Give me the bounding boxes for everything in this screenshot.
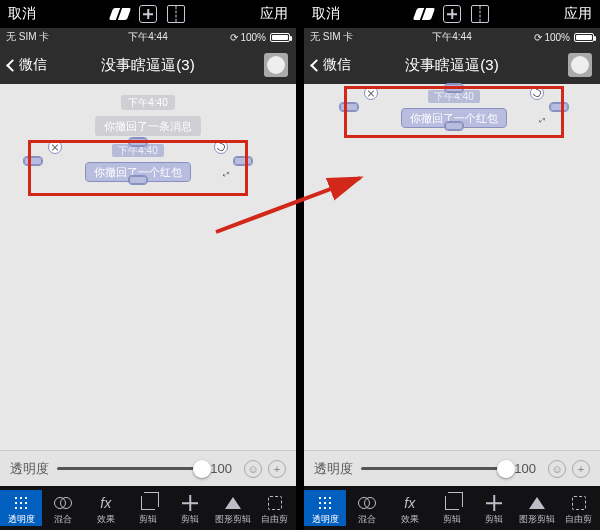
compare-icon[interactable]	[167, 5, 185, 23]
chat-header: 微信 没事瞎逼逼(3)	[304, 46, 600, 84]
editor-panel-right: 取消 应用 无 SIM 卡 下午4:44 ⟳ 100% 微信 没事瞎逼逼(3) …	[304, 0, 600, 530]
tool-free-clip[interactable]: 自由剪	[558, 490, 600, 526]
tool-move[interactable]: 剪辑	[473, 490, 515, 526]
tool-free-clip[interactable]: 自由剪	[254, 490, 296, 526]
chat-canvas-left[interactable]: 下午4:40 你撤回了一条消息 下午4:40 你撤回了一个红包	[0, 84, 296, 450]
tool-crop[interactable]: 剪辑	[431, 490, 473, 526]
slider-label: 透明度	[314, 460, 353, 478]
tool-blend[interactable]: 混合	[346, 490, 388, 526]
chat-avatar[interactable]	[264, 53, 288, 77]
chat-timestamp: 下午4:40	[0, 94, 296, 110]
sim-status: 无 SIM 卡	[310, 30, 353, 44]
chat-avatar[interactable]	[568, 53, 592, 77]
tool-shape-clip[interactable]: 图形剪辑	[515, 490, 557, 526]
slider-thumb[interactable]	[497, 460, 515, 478]
chevron-left-icon	[6, 59, 19, 72]
chevron-left-icon	[310, 59, 323, 72]
compare-icon[interactable]	[471, 5, 489, 23]
ios-status-bar: 无 SIM 卡 下午4:44 ⟳ 100%	[304, 28, 600, 46]
back-button[interactable]: 微信	[8, 56, 47, 74]
opacity-slider[interactable]	[57, 467, 202, 470]
battery-percent: ⟳ 100%	[534, 32, 570, 43]
eraser-icon[interactable]	[109, 8, 131, 20]
battery-icon	[270, 33, 290, 42]
add-layer-icon[interactable]	[139, 5, 157, 23]
editor-topbar: 取消 应用	[304, 0, 600, 28]
chat-header: 微信 没事瞎逼逼(3)	[0, 46, 296, 84]
tool-opacity[interactable]: 透明度	[304, 490, 346, 526]
slider-label: 透明度	[10, 460, 49, 478]
annotation-highlight-box	[28, 140, 248, 196]
bottom-toolbar: 透明度 混合 fx效果 剪辑 剪辑 图形剪辑 自由剪	[304, 486, 600, 530]
eraser-icon[interactable]	[413, 8, 435, 20]
back-label: 微信	[323, 56, 351, 74]
editor-panel-left: 取消 应用 无 SIM 卡 下午4:44 ⟳ 100% 微信 没事瞎逼逼(3) …	[0, 0, 296, 530]
opacity-slider-bar: 透明度 100 ☺ +	[0, 450, 296, 486]
add-layer-icon[interactable]	[443, 5, 461, 23]
battery-icon	[574, 33, 594, 42]
annotation-highlight-box	[344, 86, 564, 138]
slider-value: 100	[210, 461, 232, 476]
apply-button[interactable]: 应用	[564, 5, 592, 23]
emoji-icon[interactable]: ☺	[244, 460, 262, 478]
opacity-slider[interactable]	[361, 467, 506, 470]
system-message-recall: 你撤回了一条消息	[0, 118, 296, 134]
emoji-icon[interactable]: ☺	[548, 460, 566, 478]
add-icon[interactable]: +	[268, 460, 286, 478]
tool-shape-clip[interactable]: 图形剪辑	[211, 490, 253, 526]
tool-move[interactable]: 剪辑	[169, 490, 211, 526]
cancel-button[interactable]: 取消	[312, 5, 340, 23]
slider-value: 100	[514, 461, 536, 476]
add-icon[interactable]: +	[572, 460, 590, 478]
slider-thumb[interactable]	[193, 460, 211, 478]
tool-opacity[interactable]: 透明度	[0, 490, 42, 526]
opacity-slider-bar: 透明度 100 ☺ +	[304, 450, 600, 486]
tool-blend[interactable]: 混合	[42, 490, 84, 526]
battery-percent: ⟳ 100%	[230, 32, 266, 43]
cancel-button[interactable]: 取消	[8, 5, 36, 23]
bottom-toolbar: 透明度 混合 fx效果 剪辑 剪辑 图形剪辑 自由剪	[0, 486, 296, 530]
back-label: 微信	[19, 56, 47, 74]
editor-topbar: 取消 应用	[0, 0, 296, 28]
ios-status-bar: 无 SIM 卡 下午4:44 ⟳ 100%	[0, 28, 296, 46]
apply-button[interactable]: 应用	[260, 5, 288, 23]
sim-status: 无 SIM 卡	[6, 30, 49, 44]
tool-effects[interactable]: fx效果	[85, 490, 127, 526]
chat-canvas-right[interactable]: 下午4:40 你撤回了一个红包	[304, 84, 600, 450]
tool-effects[interactable]: fx效果	[389, 490, 431, 526]
back-button[interactable]: 微信	[312, 56, 351, 74]
tool-crop[interactable]: 剪辑	[127, 490, 169, 526]
